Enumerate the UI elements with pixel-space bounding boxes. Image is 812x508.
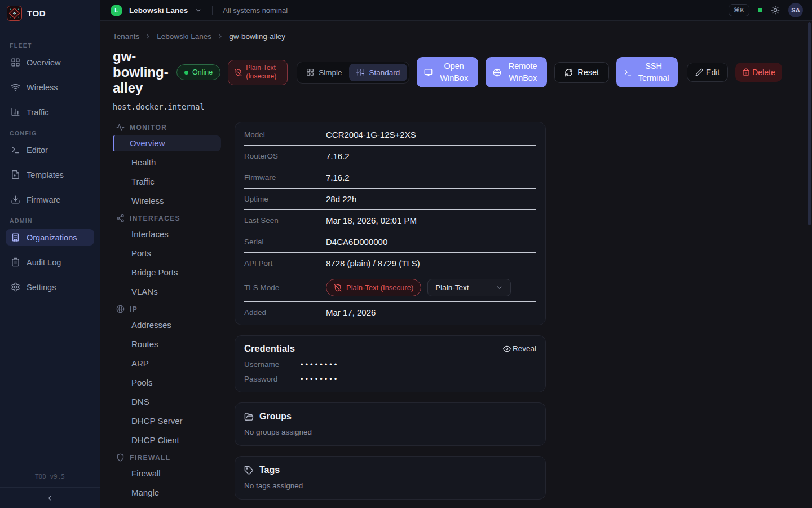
subnav-item-routes[interactable]: Routes — [113, 336, 221, 352]
subnav-item-vlans[interactable]: VLANs — [113, 284, 221, 300]
subnav-section-label: INTERFACES — [130, 214, 180, 222]
app-version: TOD v9.5 — [0, 468, 100, 487]
chevron-down-icon[interactable] — [195, 7, 202, 14]
edit-button[interactable]: Edit — [687, 63, 728, 82]
shield-off-icon — [334, 284, 342, 292]
sidebar-item-wireless[interactable]: Wireless — [6, 79, 94, 95]
view-mode-simple[interactable]: Simple — [299, 64, 349, 81]
sidebar-item-organizations[interactable]: Organizations — [6, 229, 94, 246]
username-label: Username — [244, 360, 301, 369]
tls-mode-selected: Plain-Text — [435, 283, 469, 292]
detail-value: 8728 (plain) / 8729 (TLS) — [326, 259, 420, 268]
sidebar-item-overview[interactable]: Overview — [6, 54, 94, 71]
groups-header: Groups — [244, 411, 536, 422]
detail-row-last-seen: Last Seen Mar 18, 2026, 02:01 PM — [244, 210, 536, 231]
sidebar-collapse-button[interactable] — [0, 487, 100, 508]
detail-row-model: Model CCR2004-1G-12S+2XS — [244, 124, 536, 146]
tags-empty-text: No tags assigned — [244, 481, 536, 490]
scrollbar-thumb[interactable] — [808, 22, 811, 225]
device-subnav: MONITOR Overview Health Traffic Wireless… — [113, 118, 221, 504]
activity-icon — [116, 123, 125, 132]
subnav-item-health[interactable]: Health — [113, 155, 221, 170]
nav-section-config: CONFIG — [10, 130, 90, 137]
credentials-title: Credentials — [244, 343, 295, 354]
subnav-item-mangle[interactable]: Mangle — [113, 485, 221, 501]
page-title: gw-bowling-alley — [113, 49, 169, 96]
subnav-item-dhcp-client[interactable]: DHCP Client — [113, 432, 221, 448]
chevron-left-icon — [46, 494, 54, 502]
subnav-item-pools[interactable]: Pools — [113, 375, 221, 391]
subnav-item-ports[interactable]: Ports — [113, 246, 221, 261]
topbar-left: L Lebowski Lanes All systems nominal — [111, 5, 288, 16]
open-winbox-label: Open WinBox — [437, 60, 471, 84]
online-status-label: Online — [192, 68, 213, 76]
connection-status-dot — [758, 8, 762, 12]
subnav-item-dns[interactable]: DNS — [113, 394, 221, 410]
sidebar: TOD FLEET Overview Wireless Traffic CONF… — [0, 0, 100, 508]
detail-value: Mar 18, 2026, 02:01 PM — [326, 216, 417, 225]
building-icon — [11, 233, 20, 242]
subnav-item-overview[interactable]: Overview — [113, 135, 221, 151]
user-avatar[interactable]: SA — [788, 3, 803, 17]
logo-row: TOD — [0, 0, 100, 27]
chevron-right-icon — [144, 33, 152, 40]
folder-icon — [244, 412, 254, 422]
device-body: MONITOR Overview Health Traffic Wireless… — [113, 118, 812, 508]
reveal-label: Reveal — [513, 344, 536, 353]
subnav-section-label: FIREWALL — [130, 454, 171, 462]
sidebar-item-firmware[interactable]: Firmware — [6, 191, 94, 208]
subnav-section-firewall: FIREWALL — [116, 453, 221, 462]
detail-value: CCR2004-1G-12S+2XS — [326, 130, 416, 139]
sidebar-item-audit-log[interactable]: Audit Log — [6, 254, 94, 270]
subnav-item-wireless[interactable]: Wireless — [113, 193, 221, 209]
sidebar-item-traffic[interactable]: Traffic — [6, 104, 94, 120]
remote-winbox-button[interactable]: Remote WinBox — [486, 57, 547, 87]
reset-button[interactable]: Reset — [554, 62, 609, 83]
terminal-icon — [11, 145, 20, 155]
view-mode-simple-label: Simple — [319, 68, 342, 77]
reveal-button[interactable]: Reveal — [503, 344, 536, 353]
subnav-section-ip: IP — [116, 305, 221, 313]
breadcrumb-tenants[interactable]: Tenants — [113, 32, 139, 41]
password-label: Password — [244, 375, 301, 383]
wifi-icon — [11, 82, 20, 92]
main-area: L Lebowski Lanes All systems nominal ⌘K … — [100, 0, 812, 508]
detail-row-serial: Serial D4CA6D000000 — [244, 231, 536, 253]
topbar: L Lebowski Lanes All systems nominal ⌘K … — [100, 0, 812, 21]
detail-row-firmware: Firmware 7.16.2 — [244, 167, 536, 189]
detail-label: Last Seen — [244, 216, 326, 225]
ssh-terminal-button[interactable]: SSH Terminal — [616, 57, 678, 87]
subnav-item-bridge-ports[interactable]: Bridge Ports — [113, 265, 221, 281]
tenant-switcher[interactable]: Lebowski Lanes — [129, 6, 188, 15]
sidebar-item-editor[interactable]: Editor — [6, 142, 94, 158]
subnav-item-traffic[interactable]: Traffic — [113, 174, 221, 190]
pencil-icon — [695, 68, 703, 76]
delete-button[interactable]: Delete — [735, 63, 782, 82]
view-mode-standard-label: Standard — [369, 68, 400, 77]
gear-icon — [11, 282, 20, 292]
brand-name: TOD — [27, 8, 46, 18]
bar-chart-icon — [11, 107, 20, 117]
sidebar-item-settings[interactable]: Settings — [6, 279, 94, 295]
sidebar-item-templates[interactable]: Templates — [6, 167, 94, 183]
nav-section-admin: ADMIN — [10, 217, 90, 224]
sliders-icon — [356, 68, 364, 76]
open-winbox-button[interactable]: Open WinBox — [417, 57, 478, 87]
breadcrumb-tenant[interactable]: Lebowski Lanes — [157, 32, 211, 41]
subnav-item-addresses[interactable]: Addresses — [113, 317, 221, 333]
subnav-item-firewall[interactable]: Firewall — [113, 466, 221, 481]
tls-mode-select[interactable]: Plain-Text — [427, 279, 511, 296]
theme-toggle-sun-icon[interactable] — [771, 6, 780, 15]
chevron-down-icon — [496, 284, 503, 291]
subnav-item-arp[interactable]: ARP — [113, 356, 221, 371]
breadcrumb: Tenants Lebowski Lanes gw-bowling-alley — [113, 32, 812, 41]
subnav-item-dhcp-server[interactable]: DHCP Server — [113, 413, 221, 429]
network-icon — [116, 214, 125, 222]
subnav-item-interfaces[interactable]: Interfaces — [113, 226, 221, 242]
tags-card: Tags No tags assigned — [235, 456, 546, 500]
detail-value: 28d 22h — [326, 194, 356, 204]
view-mode-standard[interactable]: Standard — [349, 64, 407, 81]
command-palette-shortcut[interactable]: ⌘K — [729, 4, 749, 16]
refresh-icon — [564, 68, 573, 77]
terminal-icon — [624, 68, 632, 77]
